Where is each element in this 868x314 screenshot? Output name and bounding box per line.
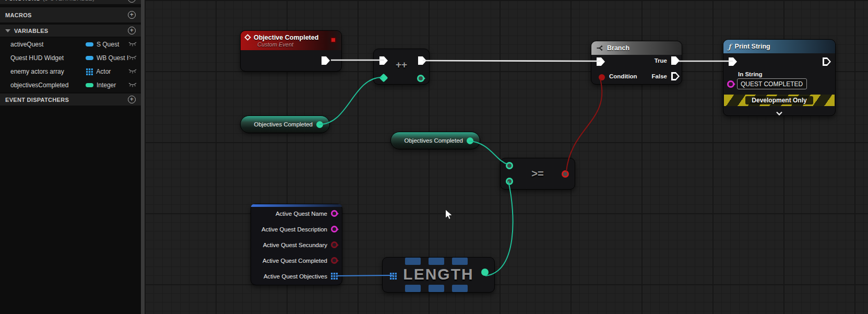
pin-label: Active Quest Secundary [263,242,327,248]
node-custom-event[interactable]: Objective Completed Custom Event [240,30,342,72]
getter-objectives-completed-2[interactable]: Objectives Completed [390,132,480,149]
my-blueprint-panel: FUNCTIONS (3 OVERRIDABLE) MACROS VARIABL… [0,0,141,314]
macros-label: MACROS [5,12,32,18]
eye-closed-icon[interactable] [128,68,137,75]
chevron-down-icon [5,29,10,32]
function-icon: ƒ [728,43,731,51]
true-label: True [655,57,667,64]
struct-type-icon [86,42,93,46]
bool-out-pin[interactable] [331,241,338,248]
variable-row-objectivescompleted[interactable]: objectivesCompleted Integer [0,78,141,92]
string-out-pin[interactable] [331,210,338,217]
variables-label: VARIABLES [14,28,48,34]
result-pin[interactable] [562,170,569,178]
variable-type: S Quest [97,41,128,48]
blueprint-editor: FUNCTIONS (3 OVERRIDABLE) MACROS VARIABL… [0,0,868,314]
condition-label: Condition [609,73,637,79]
node-subtitle: Custom Event [257,41,293,48]
section-functions[interactable]: FUNCTIONS (3 OVERRIDABLE) [0,0,141,4]
in-string-label: In String [738,71,763,77]
node-print-string[interactable]: ƒ Print String In String Development Onl… [723,39,836,116]
break-node-header [251,204,342,207]
eye-closed-icon[interactable] [128,41,137,48]
getter-objectives-completed-1[interactable]: Objectives Completed [240,115,330,133]
node-break-quest[interactable]: Active Quest Name Active Quest Descripti… [251,204,342,285]
node-branch[interactable]: Branch Condition True False [591,41,682,85]
development-only-stripe: Development Only [724,95,835,106]
variable-type: Integer [97,82,128,89]
array-type-icon [86,68,93,75]
print-string-header: ƒ Print String [723,40,835,53]
add-event-dispatcher-icon[interactable] [128,96,136,103]
variable-type: WB Quest H [97,54,128,62]
value-out-pin[interactable] [316,121,323,128]
pin-label: Active Quest Objectives [264,273,327,280]
functions-suffix: (3 OVERRIDABLE) [43,0,94,2]
array-watermark [405,285,421,292]
in-string-pin[interactable] [727,80,734,88]
event-diamond-icon [244,34,251,41]
add-macro-icon[interactable] [128,11,136,19]
variable-name: activeQuest [10,41,86,48]
add-function-icon[interactable] [128,0,136,3]
functions-label: FUNCTIONS [5,0,40,2]
condition-pin[interactable] [599,74,605,80]
eye-closed-icon[interactable] [128,54,137,62]
array-watermark [452,285,468,292]
pin-label: Active Quest Completed [263,258,327,264]
section-macros[interactable]: MACROS [0,7,141,22]
panel-scrollbar[interactable] [141,0,145,314]
in-string-input[interactable] [737,78,807,89]
node-greater-equal[interactable]: >= [500,158,575,190]
event-bind-icon[interactable] [330,37,336,43]
variable-row-quest-hud-widget[interactable]: Quest HUD Widget WB Quest H [0,51,141,65]
exec-in-pin[interactable] [729,57,737,66]
pin-row-active-quest-description[interactable]: Active Quest Description [261,226,338,232]
value-out-pin[interactable] [467,137,473,144]
object-type-icon [86,56,93,60]
section-variables[interactable]: VARIABLES [0,25,141,37]
eye-closed-icon[interactable] [128,82,137,89]
custom-event-header: Objective Completed Custom Event [241,31,341,50]
pin-row-active-quest-completed[interactable]: Active Quest Completed [263,257,338,264]
false-exec-pin[interactable] [671,72,680,80]
length-out-pin[interactable] [481,269,489,276]
variable-name: enemy actors array [10,68,86,75]
mouse-cursor [445,209,455,223]
pin-row-active-quest-name[interactable]: Active Quest Name [276,210,338,217]
variable-type: Actor [96,68,128,75]
string-out-pin[interactable] [331,226,338,232]
node-title: Print String [735,43,770,50]
array-watermark [452,258,468,265]
variable-row-activequest[interactable]: activeQuest S Quest [0,38,141,51]
exec-in-pin[interactable] [597,57,605,66]
array-out-pin[interactable] [331,273,338,280]
development-only-label: Development Only [745,96,813,104]
false-label: False [652,73,667,79]
bool-out-pin[interactable] [331,257,338,264]
array-watermark [405,258,421,265]
pin-row-active-quest-secundary[interactable]: Active Quest Secundary [263,241,338,248]
branch-header: Branch [591,41,682,55]
add-variable-icon[interactable] [128,27,136,34]
node-increment[interactable]: ++ [373,49,430,85]
section-event-dispatchers[interactable]: EVENT DISPATCHERS [0,94,141,106]
length-glyph: LENGTH [383,265,494,283]
value-in-pin[interactable] [379,74,388,83]
node-array-length[interactable]: LENGTH [382,257,495,293]
true-exec-pin[interactable] [671,56,680,65]
node-title: Objective Completed [254,34,318,41]
array-watermark [429,285,444,292]
event-dispatchers-label: EVENT DISPATCHERS [5,97,69,103]
variable-name: Quest HUD Widget [10,54,86,62]
getter-label: Objectives Completed [405,137,463,144]
value-out-pin[interactable] [417,75,424,82]
exec-out-pin[interactable] [322,56,330,65]
exec-out-pin[interactable] [823,57,831,66]
variable-name: objectivesCompleted [10,82,86,89]
variable-row-enemy-actors-array[interactable]: enemy actors array Actor [0,65,141,78]
expand-chevron-icon[interactable] [776,108,783,118]
pin-row-active-quest-objectives[interactable]: Active Quest Objectives [264,273,338,280]
variable-list: activeQuest S Quest Quest HUD Widget WB … [0,38,141,92]
integer-type-icon [86,83,93,87]
